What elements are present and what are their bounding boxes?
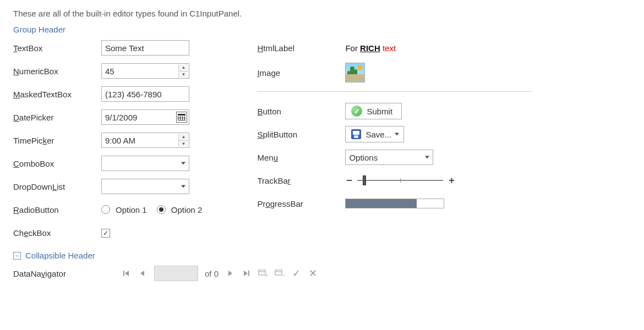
nav-delete-button[interactable]: −: [275, 268, 285, 278]
trackbar-track[interactable]: [357, 180, 443, 181]
svg-rect-3: [275, 270, 282, 275]
textbox-label: TextBox: [13, 43, 101, 53]
submit-button-text: Submit: [367, 107, 392, 116]
htmllabel-text: text: [383, 43, 396, 53]
svg-text:−: −: [282, 273, 285, 278]
numericbox-label: NumericBox: [13, 67, 101, 76]
combobox-label: ComboBox: [13, 159, 101, 168]
nav-prev-button[interactable]: [138, 268, 148, 278]
save-button-text: Save...: [365, 130, 391, 139]
radio-option-1-label: Option 1: [116, 205, 147, 215]
maskedtextbox-input[interactable]: [101, 86, 189, 102]
collapse-minus-icon[interactable]: −: [13, 252, 21, 260]
numeric-spin-up[interactable]: ▲: [178, 64, 188, 72]
save-split-button[interactable]: Save...: [345, 126, 404, 142]
chevron-down-icon: [181, 162, 185, 165]
intro-text: These are all of the built-in editor typ…: [13, 9, 631, 18]
timepicker-value: 9:00 AM: [105, 136, 135, 145]
datepicker-value: 9/1/2009: [105, 113, 137, 122]
save-icon: [351, 129, 361, 139]
radio-option-1[interactable]: Option 1: [101, 205, 147, 215]
splitbutton-label: SplitButton: [257, 130, 345, 139]
textbox-input[interactable]: [101, 40, 189, 56]
dropdownlist-input[interactable]: [101, 179, 189, 194]
radiobutton-label: RadioButton: [13, 205, 101, 215]
image-label: Image: [257, 68, 345, 78]
nav-add-button[interactable]: +: [258, 268, 268, 278]
radio-option-2-label: Option 2: [171, 205, 203, 215]
plus-icon[interactable]: +: [447, 175, 455, 186]
submit-button[interactable]: ✓ Submit: [345, 103, 402, 119]
numericbox-value: 45: [105, 67, 114, 76]
nav-last-button[interactable]: [242, 268, 252, 278]
options-menu-text: Options: [349, 153, 378, 162]
sample-image: [345, 63, 365, 82]
menu-label: Menu: [257, 153, 345, 162]
nav-cancel-button[interactable]: ✕: [308, 268, 318, 278]
trackbar-control[interactable]: − +: [345, 175, 455, 186]
left-column: TextBox NumericBox 45 ▲ ▼ MaskedTextBox: [13, 40, 202, 241]
radio-icon: [101, 205, 110, 214]
combobox-input[interactable]: [101, 156, 189, 171]
datepicker-input[interactable]: 9/1/2009: [101, 109, 189, 125]
options-menu[interactable]: Options: [345, 150, 433, 165]
time-spin-down[interactable]: ▼: [178, 141, 188, 147]
progressbar-fill: [346, 199, 416, 208]
right-column: HtmlLabel For RICH text Image Button: [257, 40, 532, 241]
datepicker-label: DatePicker: [13, 113, 101, 122]
time-spin-up[interactable]: ▲: [178, 134, 188, 141]
group-header: Group Header: [13, 25, 631, 34]
progressbar-label: ProgressBar: [257, 199, 345, 208]
htmllabel-rich: RICH: [360, 43, 380, 53]
svg-rect-0: [259, 270, 265, 275]
nav-next-button[interactable]: [225, 268, 235, 278]
chevron-down-icon: [425, 156, 429, 159]
checkbox-input[interactable]: ✓: [101, 229, 110, 238]
htmllabel-value: For RICH text: [345, 43, 396, 53]
calendar-icon[interactable]: [176, 112, 187, 123]
trackbar-thumb[interactable]: [363, 175, 366, 185]
datanavigator-label: DataNavigator: [13, 269, 114, 278]
timepicker-label: TimePicker: [13, 136, 101, 145]
chevron-down-icon[interactable]: [395, 133, 399, 136]
nav-first-button[interactable]: [121, 268, 131, 278]
collapsible-header-text: Collapsible Header: [25, 251, 95, 260]
radio-option-2[interactable]: Option 2: [157, 205, 203, 215]
sun-icon: [357, 65, 363, 70]
numeric-spin-down[interactable]: ▼: [178, 72, 188, 78]
numericbox-input[interactable]: 45 ▲ ▼: [101, 63, 189, 79]
checkbox-label: CheckBox: [13, 228, 101, 238]
button-label: Button: [257, 107, 345, 116]
chevron-down-icon: [181, 185, 185, 188]
maskedtextbox-label: MaskedTextBox: [13, 90, 101, 99]
nav-of-label: of 0: [205, 269, 219, 278]
nav-apply-button[interactable]: ✓: [291, 268, 301, 278]
radio-icon: [157, 205, 166, 214]
trackbar-label: TrackBar: [257, 176, 345, 185]
htmllabel-label: HtmlLabel: [257, 43, 345, 53]
htmllabel-for: For: [345, 43, 358, 53]
collapsible-header[interactable]: − Collapsible Header: [13, 251, 631, 260]
nav-page-input[interactable]: [154, 266, 198, 281]
check-circle-icon: ✓: [351, 106, 362, 117]
minus-icon[interactable]: −: [345, 175, 353, 186]
divider: [257, 91, 532, 92]
dropdownlist-label: DropDownList: [13, 182, 101, 191]
svg-text:+: +: [265, 273, 268, 278]
progressbar: [345, 199, 444, 208]
timepicker-input[interactable]: 9:00 AM ▲ ▼: [101, 133, 189, 148]
